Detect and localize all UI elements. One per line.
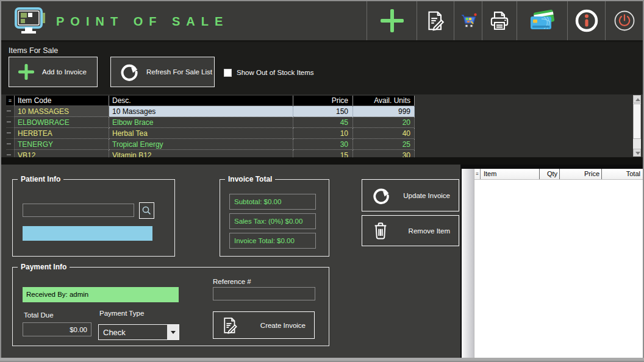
patient-info-legend: Patient Info [18, 175, 63, 183]
edit-invoice-button[interactable] [417, 1, 454, 40]
total-due-label: Total Due [24, 311, 54, 319]
cell-units: 999 [353, 106, 415, 117]
items-for-sale-label: Items For Sale [9, 46, 58, 55]
invoice-total-legend: Invoice Total [225, 175, 275, 183]
cell-price: 10 [293, 128, 353, 139]
payment-type-dropdown[interactable]: Check [98, 324, 179, 340]
payment-info-group: Payment Info Received By: admin Total Du… [12, 267, 329, 346]
sales-tax-field: Sales Tax: (0%) $0.00 [229, 213, 316, 229]
table-row[interactable]: 10 MASSAGES 10 Massages 150 999 [6, 106, 423, 117]
cell-units: 30 [353, 150, 415, 157]
update-invoice-label: Update Invoice [403, 192, 450, 199]
cell-item-code: VB12 [15, 150, 109, 157]
window-bottom-border [0, 358, 644, 361]
create-invoice-label: Create Invoice [260, 322, 306, 329]
payment-cards-button[interactable] [517, 1, 567, 40]
cell-price: 15 [293, 150, 353, 157]
credit-cards-icon [527, 9, 557, 33]
section-divider [1, 157, 643, 165]
cell-desc: Tropical Energy [109, 139, 293, 150]
plus-icon [378, 7, 406, 35]
edit-invoice-icon [424, 10, 446, 32]
items-for-sale-table: ≡ Item Code Desc. Price Avail. Units 10 … [1, 94, 643, 157]
toolbar [367, 1, 643, 40]
shopping-cart-button[interactable] [454, 1, 482, 40]
subtotal-field: Subtotal: $0.00 [229, 194, 316, 210]
invoice-items-panel: ≡ Item Qty Price Total [460, 165, 643, 358]
col-header-item-code[interactable]: Item Code [15, 96, 109, 106]
chevron-down-icon [171, 331, 176, 334]
scroll-down-arrow-icon[interactable] [633, 149, 641, 157]
print-button[interactable] [482, 1, 517, 40]
cell-desc: Vitamin B12 [109, 150, 293, 157]
update-invoice-button[interactable]: Update Invoice [362, 179, 459, 211]
scroll-up-arrow-icon[interactable] [633, 95, 641, 103]
received-by-field: Received By: admin [23, 287, 179, 302]
plus-icon [16, 62, 36, 82]
show-out-of-stock-checkbox[interactable] [224, 69, 232, 77]
new-sale-button[interactable] [367, 1, 417, 40]
header-bar: POINT OF SALE [1, 1, 643, 40]
row-selector-header: ≡ [474, 169, 481, 179]
create-invoice-button[interactable]: Create Invoice [213, 311, 315, 339]
cell-desc: Herbal Tea [109, 128, 293, 139]
refresh-icon [371, 185, 392, 206]
cell-units: 40 [353, 128, 415, 139]
cell-desc: Elbow Brace [109, 117, 293, 128]
shopping-cart-icon [459, 12, 478, 30]
table-row[interactable]: ELBOWBRACE Elbow Brace 45 20 [6, 117, 423, 128]
remove-item-label: Remove Item [409, 227, 450, 235]
payment-type-label: Payment Type [99, 310, 144, 317]
power-icon [612, 9, 637, 33]
table-row[interactable]: TENERGY Tropical Energy 30 25 [6, 139, 423, 150]
cell-item-code: HERBTEA [15, 128, 109, 139]
refresh-icon [118, 61, 140, 83]
items-table-header: ≡ Item Code Desc. Price Avail. Units [6, 96, 423, 106]
cell-item-code: ELBOWBRACE [15, 117, 109, 128]
patient-search-input[interactable] [23, 204, 134, 217]
info-icon [574, 8, 599, 34]
exit-button[interactable] [605, 1, 643, 40]
payment-info-legend: Payment Info [18, 263, 70, 271]
col-header-price[interactable]: Price [293, 96, 353, 106]
refresh-for-sale-list-button[interactable]: Refresh For Sale List [110, 57, 215, 87]
invoice-total-field: Invoice Total: $0.00 [229, 233, 316, 249]
invoice-row-selector-column [462, 169, 474, 358]
info-button[interactable] [567, 1, 605, 40]
trash-icon [371, 221, 390, 241]
col-header-total[interactable]: Total [602, 169, 643, 179]
cell-units: 25 [353, 139, 415, 150]
table-row[interactable]: HERBTEA Herbal Tea 10 40 [6, 128, 423, 139]
invoice-total-group: Invoice Total Subtotal: $0.00 Sales Tax:… [220, 179, 329, 257]
cell-item-code: 10 MASSAGES [15, 106, 109, 117]
payment-type-value: Check [99, 328, 167, 337]
show-out-of-stock-label: Show Out of Stock Items [237, 69, 314, 76]
scrollbar-thumb[interactable] [633, 104, 641, 139]
pos-window: POINT OF SALE [0, 0, 644, 362]
printer-icon [488, 9, 511, 32]
cell-price: 30 [293, 139, 353, 150]
col-header-price[interactable]: Price [560, 169, 602, 179]
col-header-item[interactable]: Item [481, 169, 540, 179]
refresh-for-sale-list-label: Refresh For Sale List [146, 68, 212, 76]
table-scrollbar[interactable] [633, 95, 641, 157]
create-invoice-icon [221, 316, 239, 335]
cell-desc: 10 Massages [109, 106, 293, 117]
table-row[interactable]: VB12 Vitamin B12 15 30 [6, 150, 423, 157]
dropdown-arrow-button[interactable] [167, 325, 179, 339]
reference-input[interactable] [213, 287, 315, 300]
cell-item-code: TENERGY [15, 139, 109, 150]
checkout-panel: Patient Info Invoice Total Subtotal: $0.… [1, 165, 460, 358]
search-icon [141, 205, 152, 216]
row-selector-header[interactable]: ≡ [6, 96, 15, 106]
pos-monitor-logo-icon [15, 7, 46, 35]
remove-item-button[interactable]: Remove Item [362, 215, 459, 246]
reference-label: Reference # [213, 278, 251, 285]
patient-search-button[interactable] [139, 202, 154, 219]
patient-info-group: Patient Info [12, 179, 175, 257]
col-header-desc[interactable]: Desc. [109, 96, 293, 106]
col-header-avail-units[interactable]: Avail. Units [353, 96, 415, 106]
app-title: POINT OF SALE [56, 15, 229, 29]
col-header-qty[interactable]: Qty [540, 169, 560, 179]
add-to-invoice-button[interactable]: Add to Invoice [9, 57, 98, 87]
